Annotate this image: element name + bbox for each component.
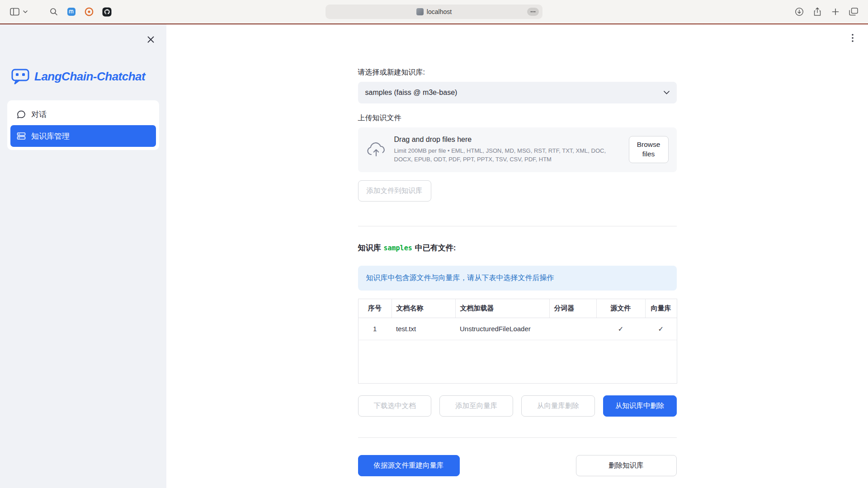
share-icon[interactable] bbox=[812, 6, 823, 17]
kb-select-value: samples (faiss @ m3e-base) bbox=[365, 89, 458, 97]
main-area: 请选择或新建知识库: samples (faiss @ m3e-base) 上传… bbox=[166, 24, 868, 488]
sidebar: LangChain-Chatchat 对话 bbox=[0, 24, 166, 488]
browse-files-button[interactable]: Browse files bbox=[629, 136, 669, 163]
col-header-loader[interactable]: 文档加载器 bbox=[455, 299, 549, 318]
ellipsis-icon[interactable] bbox=[527, 8, 539, 16]
rebuild-vector-store-button[interactable]: 依据源文件重建向量库 bbox=[358, 455, 460, 476]
divider bbox=[358, 226, 677, 226]
download-selected-button[interactable]: 下载选中文档 bbox=[358, 395, 432, 417]
kb-files-table: 序号 文档名称 文档加载器 分词器 源文件 向量库 1 test.txt Uns… bbox=[358, 299, 677, 384]
chat-bubble-icon bbox=[17, 110, 26, 119]
dropzone-limit-text: Limit 200MB per file • EML, HTML, JSON, … bbox=[394, 147, 621, 164]
delete-kb-button[interactable]: 删除知识库 bbox=[576, 455, 677, 476]
kb-heading-suffix: 中已有文件: bbox=[415, 244, 456, 252]
col-header-vector-store[interactable]: 向量库 bbox=[645, 299, 677, 318]
dropzone-title: Drag and drop files here bbox=[394, 136, 621, 144]
sidebar-toggle-button[interactable] bbox=[9, 6, 28, 17]
sidebar-item-dialogue[interactable]: 对话 bbox=[10, 103, 156, 125]
kb-heading-prefix: 知识库 bbox=[358, 244, 381, 252]
app-logo: LangChain-Chatchat bbox=[11, 68, 166, 85]
knowledge-base-icon bbox=[17, 132, 26, 140]
kb-bottom-buttons: 依据源文件重建向量库 删除知识库 bbox=[358, 455, 677, 488]
chevron-down-icon bbox=[23, 6, 28, 17]
divider bbox=[358, 437, 677, 438]
cell-source-file-check: ✓ bbox=[596, 318, 645, 340]
sidebar-item-label: 对话 bbox=[31, 109, 47, 120]
browser-toolbar: localhost bbox=[0, 0, 868, 23]
sidebar-item-label: 知识库管理 bbox=[31, 131, 70, 141]
kb-heading-code: samples bbox=[384, 244, 412, 252]
add-to-vector-store-button[interactable]: 添加至向量库 bbox=[439, 395, 513, 417]
kb-select[interactable]: samples (faiss @ m3e-base) bbox=[358, 82, 677, 103]
tabs-icon[interactable] bbox=[848, 6, 859, 17]
search-icon[interactable] bbox=[48, 6, 59, 17]
table-header-row: 序号 文档名称 文档加载器 分词器 源文件 向量库 bbox=[358, 299, 677, 318]
table-empty-area bbox=[358, 340, 677, 383]
add-files-to-kb-button[interactable]: 添加文件到知识库 bbox=[358, 180, 431, 202]
github-app-icon[interactable] bbox=[101, 6, 112, 17]
table-row[interactable]: 1 test.txt UnstructuredFileLoader ✓ ✓ bbox=[358, 318, 677, 340]
col-header-doc-name[interactable]: 文档名称 bbox=[392, 299, 455, 318]
info-message: 知识库中包含源文件与向量库，请从下表中选择文件后操作 bbox=[358, 266, 677, 291]
file-uploader-dropzone[interactable]: Drag and drop files here Limit 200MB per… bbox=[358, 127, 677, 172]
blue-app-icon[interactable] bbox=[66, 6, 77, 17]
address-url: localhost bbox=[427, 8, 452, 15]
cell-splitter bbox=[549, 318, 596, 340]
sidebar-close-icon[interactable] bbox=[145, 33, 156, 45]
cell-vector-store-check: ✓ bbox=[645, 318, 677, 340]
sidebar-nav: 对话 知识库管理 bbox=[7, 100, 159, 150]
col-header-splitter[interactable]: 分词器 bbox=[549, 299, 596, 318]
upload-label: 上传知识文件 bbox=[358, 113, 677, 123]
sidebar-toggle-icon bbox=[9, 6, 20, 17]
site-favicon bbox=[416, 8, 424, 15]
cell-loader: UnstructuredFileLoader bbox=[455, 318, 549, 340]
target-app-icon[interactable] bbox=[84, 6, 94, 17]
cell-doc-name: test.txt bbox=[392, 318, 455, 340]
kebab-menu-icon[interactable] bbox=[846, 32, 859, 44]
table-action-buttons: 下载选中文档 添加至向量库 从向量库删除 从知识库中删除 bbox=[358, 395, 677, 417]
sidebar-item-knowledge-base[interactable]: 知识库管理 bbox=[10, 125, 156, 147]
app-logo-text: LangChain-Chatchat bbox=[34, 70, 145, 84]
download-icon[interactable] bbox=[794, 6, 805, 17]
cell-index: 1 bbox=[358, 318, 392, 340]
cloud-upload-icon bbox=[366, 142, 386, 157]
delete-from-kb-button[interactable]: 从知识库中删除 bbox=[603, 395, 677, 417]
kb-files-heading: 知识库samples中已有文件: bbox=[358, 243, 677, 253]
col-header-index[interactable]: 序号 bbox=[358, 299, 392, 318]
new-tab-icon[interactable] bbox=[830, 6, 841, 17]
chevron-down-icon bbox=[664, 91, 670, 94]
kb-select-label: 请选择或新建知识库: bbox=[358, 68, 677, 77]
app-logo-icon bbox=[11, 68, 30, 85]
remove-from-vector-store-button[interactable]: 从向量库删除 bbox=[521, 395, 595, 417]
address-bar[interactable]: localhost bbox=[326, 5, 542, 19]
col-header-source-file[interactable]: 源文件 bbox=[596, 299, 645, 318]
